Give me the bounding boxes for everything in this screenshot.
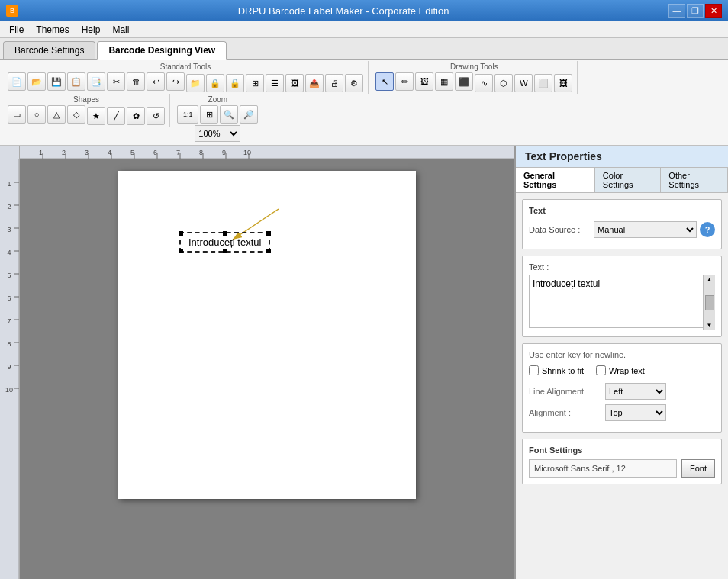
scroll-down[interactable]: ▼ [707, 322, 713, 329]
handle-bl[interactable] [179, 249, 183, 253]
zoom-out-button[interactable]: 🔎 [240, 105, 258, 124]
star-shape[interactable]: ★ [87, 107, 105, 125]
help-button[interactable]: ? [700, 222, 715, 237]
menu-help[interactable]: Help [76, 23, 107, 37]
canvas-area: // ticks drawn inline 1 2 3 4 5 6 7 [0, 146, 514, 579]
stamp-tool[interactable]: ⬡ [494, 74, 513, 92]
menu-themes[interactable]: Themes [30, 23, 75, 37]
print-button[interactable]: 🖨 [325, 74, 343, 92]
circle-shape[interactable]: ○ [27, 105, 46, 124]
tab-color-settings[interactable]: Color Settings [595, 168, 661, 192]
svg-text:5: 5 [130, 149, 134, 156]
toolbar-area: Standard Tools 📄 📂 💾 📋 📑 ✂ 🗑 ↩ ↪ 📁 🔒 🔓 ⊞… [0, 60, 728, 146]
settings-button[interactable]: ⚙ [345, 74, 363, 92]
svg-text:3: 3 [7, 226, 11, 233]
font-button[interactable]: Font [681, 459, 715, 478]
minimize-button[interactable]: — [668, 4, 685, 18]
lock-button[interactable]: 🔒 [206, 74, 224, 92]
svg-text:9: 9 [7, 363, 11, 371]
maximize-button[interactable]: ❐ [687, 4, 704, 18]
tab-other-settings[interactable]: Other Settings [661, 168, 728, 192]
line-shape[interactable]: ╱ [107, 107, 125, 125]
tab-general-settings[interactable]: General Settings [516, 168, 595, 192]
handle-tl[interactable] [179, 231, 183, 236]
line-align-label: Line Alignment [529, 387, 605, 396]
properties-button[interactable]: 📋 [67, 72, 85, 91]
wrap-checkbox-label[interactable]: Wrap text [596, 365, 645, 375]
barcode-tool[interactable]: ▦ [435, 72, 453, 91]
rect-tool[interactable]: ⬜ [534, 74, 552, 92]
close-button[interactable]: ✕ [705, 4, 722, 18]
zoom-select[interactable]: 100% 75% 150% 200% [195, 125, 240, 142]
zoom-section: Zoom 1:1 ⊞ 🔍 🔎 100% 75% 150% 200% [172, 94, 263, 143]
delete-button[interactable]: 🗑 [127, 72, 145, 91]
alignment-select[interactable]: Top Middle Bottom [605, 404, 666, 421]
handle-bm[interactable] [223, 249, 227, 253]
canvas-paper: Introduceți textul [118, 171, 416, 499]
arrow-indicator [118, 171, 416, 499]
tab-barcode-settings[interactable]: Barcode Settings [3, 41, 95, 59]
lock2-button[interactable]: 🔓 [226, 74, 244, 92]
rect-shape[interactable]: ▭ [8, 105, 26, 124]
svg-text:7: 7 [7, 317, 11, 325]
shrink-checkbox-label[interactable]: Shrink to fit [529, 365, 584, 375]
checkbox-row: Shrink to fit Wrap text [529, 365, 715, 375]
img-button[interactable]: 🖼 [285, 74, 304, 92]
open2-button[interactable]: 📁 [186, 74, 205, 92]
list-button[interactable]: ☰ [266, 74, 284, 92]
cut-button[interactable]: ✂ [107, 72, 125, 91]
svg-text:8: 8 [199, 149, 203, 156]
zoom-fit-button[interactable]: 1:1 [177, 105, 198, 124]
menu-file[interactable]: File [3, 23, 30, 37]
scroll-thumb[interactable] [705, 295, 714, 310]
grid-button[interactable]: ⊞ [246, 74, 264, 92]
font-row: Microsoft Sans Serif , 12 Font [529, 459, 715, 478]
redo-button[interactable]: ↪ [166, 72, 185, 91]
standard-tools-label: Standard Tools [160, 63, 211, 71]
flower-shape[interactable]: ✿ [127, 107, 145, 125]
font-display: Microsoft Sans Serif , 12 [529, 459, 677, 478]
text-textarea[interactable]: Introduceți textul [529, 275, 715, 328]
shrink-checkbox[interactable] [529, 365, 539, 375]
scrollbar[interactable]: ▲ ▼ [703, 275, 715, 330]
canvas-scroll[interactable]: Introduceți textul [20, 159, 514, 579]
select-tool[interactable]: ↖ [375, 72, 394, 91]
shapes-label: Shapes [73, 95, 99, 104]
datasource-select[interactable]: Manual Database [594, 221, 697, 238]
textarea-container: Introduceți textul ▲ ▼ [529, 275, 715, 330]
open-button[interactable]: 📂 [27, 72, 46, 91]
new-button[interactable]: 📄 [8, 72, 26, 91]
export-button[interactable]: 📤 [305, 74, 324, 92]
tab-bar: Barcode Settings Barcode Designing View [0, 38, 728, 60]
img2-tool[interactable]: 🖼 [554, 74, 572, 92]
line-align-select[interactable]: Left Center Right [605, 383, 666, 400]
handle-tr[interactable] [266, 231, 271, 236]
zoom-in-button[interactable]: 🔍 [220, 105, 238, 124]
arrow-shape[interactable]: ↺ [147, 107, 165, 125]
wrap-checkbox[interactable] [596, 365, 606, 375]
image-tool[interactable]: 🖼 [415, 72, 433, 91]
undo-button[interactable]: ↩ [147, 72, 165, 91]
svg-text:9: 9 [222, 149, 226, 156]
standard-tools-section: Standard Tools 📄 📂 💾 📋 📑 ✂ 🗑 ↩ ↪ 📁 🔒 🔓 ⊞… [3, 61, 369, 94]
zoom-reset-button[interactable]: ⊞ [200, 105, 218, 124]
handle-br[interactable] [266, 249, 271, 253]
qr-tool[interactable]: ⬛ [455, 72, 473, 91]
tab-barcode-designing[interactable]: Barcode Designing View [97, 41, 227, 60]
pen-tool[interactable]: ✏ [395, 72, 414, 91]
svg-text:10: 10 [243, 149, 251, 156]
triangle-shape[interactable]: △ [47, 105, 66, 124]
curve-tool[interactable]: ∿ [475, 74, 493, 92]
horizontal-ruler: // ticks drawn inline 1 2 3 4 5 6 7 [20, 146, 514, 159]
menu-mail[interactable]: Mail [106, 23, 135, 37]
shapes-section: Shapes ▭ ○ △ ◇ ★ ╱ ✿ ↺ [3, 94, 170, 127]
text-tool[interactable]: W [514, 74, 533, 92]
text-element[interactable]: Introduceți textul [179, 232, 270, 253]
diamond-shape[interactable]: ◇ [67, 105, 85, 124]
text-content: Introduceți textul [188, 236, 261, 248]
scroll-up[interactable]: ▲ [707, 276, 713, 283]
vertical-ruler: 1 2 3 4 5 6 7 8 9 [0, 159, 20, 579]
copy-button[interactable]: 📑 [87, 72, 105, 91]
save-button[interactable]: 💾 [47, 72, 66, 91]
handle-tm[interactable] [223, 231, 227, 236]
